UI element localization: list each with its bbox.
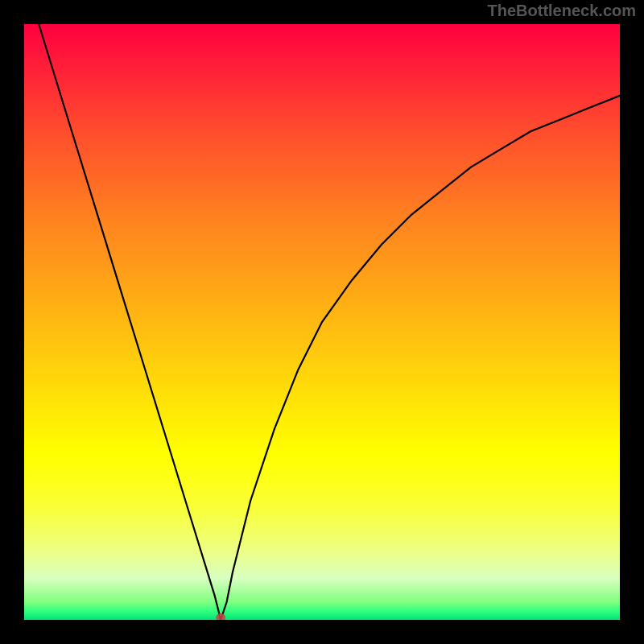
chart-plot-area — [24, 24, 620, 620]
minimum-marker — [216, 613, 225, 620]
watermark-text: TheBottleneck.com — [488, 2, 636, 20]
chart-svg — [24, 24, 620, 620]
bottleneck-curve — [24, 24, 620, 620]
